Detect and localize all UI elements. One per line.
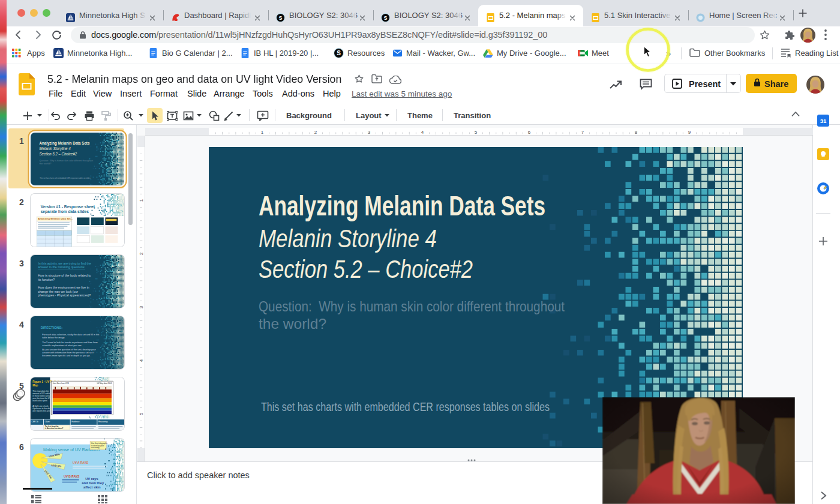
svg-text:phenotypes - Physical appearan: phenotypes - Physical appearances)? (38, 293, 91, 297)
svg-text:8: 8 (635, 130, 638, 135)
svg-text:7: 7 (581, 130, 584, 135)
svg-text:Version #1 - Response sheet: Version #1 - Response sheet (41, 205, 95, 209)
svg-text:9: 9 (688, 130, 691, 135)
svg-text:and how they: and how they (82, 481, 104, 485)
svg-text:change the way we look (our: change the way we look (our (38, 290, 78, 293)
svg-text:to develop your: to develop your (91, 445, 104, 447)
svg-text:1: 1 (139, 199, 144, 202)
svg-text:This map plots the: This map plots the (32, 390, 49, 392)
svg-text:in these select areas: in these select areas (32, 395, 51, 397)
svg-text:5: 5 (139, 412, 144, 415)
svg-text:scientific explanations of wha: scientific explanations of what you see. (42, 344, 82, 347)
svg-text:3: 3 (139, 305, 144, 308)
svg-text:DIRECTIONS:: DIRECTIONS: (41, 326, 62, 329)
svg-text:over the time the UV: over the time the UV (32, 397, 51, 400)
svg-text:answer to the following questi: answer to the following questions: (38, 265, 85, 269)
svg-text:Map: Map (32, 384, 38, 387)
svg-text:6: 6 (528, 130, 531, 135)
svg-text:S: S (279, 15, 283, 21)
svg-text:1: 1 (261, 130, 264, 135)
svg-text:UV B RAYS: UV B RAYS (64, 475, 80, 478)
svg-text:S: S (384, 15, 388, 21)
svg-text:5: 5 (475, 130, 478, 135)
svg-text:For each data selection, study: For each data selection, study the data … (42, 334, 99, 336)
svg-text:As you answer the question of: As you answer the question of the unit, … (42, 349, 96, 351)
svg-text:Reasoning:: Reasoning: (98, 421, 108, 423)
svg-text:affect skin: affect skin (83, 485, 101, 489)
svg-text:levels who spent: levels who spent (32, 400, 47, 402)
svg-text:You'll need to look for trends: You'll need to look for trends or patter… (42, 341, 97, 344)
svg-text:Claim:: Claim: (45, 421, 50, 423)
svg-text:4: 4 (139, 359, 144, 362)
svg-text:Use this infographic: Use this infographic (91, 442, 108, 445)
svg-text:3: 3 (368, 130, 371, 135)
svg-text:2: 2 (314, 130, 317, 135)
svg-text:UV rays: UV rays (85, 477, 98, 481)
svg-text:separate from data slides: separate from data slides (41, 209, 89, 214)
svg-text:31: 31 (820, 118, 827, 124)
svg-text:its function?: its function? (38, 278, 55, 281)
svg-text:2: 2 (139, 252, 144, 255)
svg-text:becomes more specific and in d: becomes more specific and in depth as yo… (42, 355, 90, 357)
svg-text:CER 1b: CER 1b (32, 421, 38, 423)
svg-text:Analyzing Melanin Data Set...: Analyzing Melanin Data Set... (38, 217, 73, 220)
svg-text:Evidence:: Evidence: (71, 421, 80, 423)
svg-text:one reports this area: one reports this area (32, 410, 51, 412)
svg-text:How does the environment we li: How does the environment we live in (38, 286, 89, 289)
svg-text:Joint Bars from UVB: Joint Bars from UVB (53, 382, 69, 385)
svg-text:A) light one check: A) light one check (32, 405, 49, 407)
svg-text:UV A RAYS: UV A RAYS (73, 461, 89, 464)
svg-text:S: S (337, 50, 341, 56)
svg-text:amount of UV radiation: amount of UV radiation (32, 392, 53, 395)
svg-text:4: 4 (421, 130, 424, 135)
svg-text:In this activity, we are tryin: In this activity, we are trying to find … (38, 262, 91, 265)
svg-text:reasoning.: reasoning. (91, 446, 100, 449)
svg-text:answer with information from t: answer with information from the previou… (42, 352, 94, 354)
svg-text:How is structure of the body r: How is structure of the body related to (38, 274, 91, 277)
svg-text:UV Map data 2004: UV Map data 2004 (97, 382, 112, 385)
svg-text:if patterns to the data: if patterns to the data (32, 407, 51, 410)
svg-text:table below the image.: table below the image. (42, 337, 65, 339)
